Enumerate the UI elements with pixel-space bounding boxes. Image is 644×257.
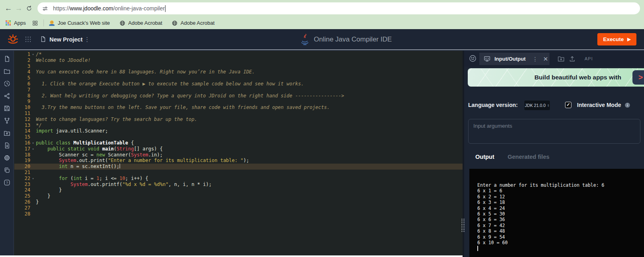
sidebar-item-copy[interactable] xyxy=(3,166,11,174)
code-editor[interactable]: 1▾/*2Welcome to JDoodle!34You can execut… xyxy=(14,51,463,257)
language-version-select[interactable]: JDK 21.0.0 ▲▼ xyxy=(524,101,550,110)
code-line-4[interactable]: 4You can execute code here in 88 languag… xyxy=(14,69,463,75)
upload-icon[interactable] xyxy=(568,55,576,63)
sidebar-item-share[interactable] xyxy=(3,92,11,100)
code-text: } xyxy=(36,187,62,193)
fold-gutter xyxy=(30,75,36,81)
code-line-20[interactable]: 20 int n = sc.nextInt(); xyxy=(14,164,463,170)
fold-gutter xyxy=(30,117,36,123)
api-button[interactable]: API xyxy=(585,51,593,67)
folder-download-icon[interactable] xyxy=(557,55,565,63)
sidebar-item-help[interactable]: ? xyxy=(3,179,11,186)
code-line-3[interactable]: 3 xyxy=(14,63,463,69)
code-line-22[interactable]: 22▾ for (int i = 1; i <= 10; i++) { xyxy=(14,176,463,182)
code-line-9[interactable]: 9 xyxy=(14,99,463,105)
project-file-icon xyxy=(39,36,47,43)
execute-button[interactable]: Execute ▶ xyxy=(597,33,636,45)
code-line-26[interactable]: 26} xyxy=(14,199,463,205)
io-tab-close-icon[interactable]: ✕ xyxy=(543,55,548,63)
interactive-mode-checkbox[interactable] xyxy=(565,102,571,108)
terminal-line: 6 x 10 = 60 xyxy=(477,240,644,245)
ad-banner-text: Build beautiful web apps with xyxy=(534,68,621,87)
project-name[interactable]: New Project xyxy=(49,29,83,49)
code-line-23[interactable]: 23 System.out.printf("%d x %d = %d%n", n… xyxy=(14,182,463,188)
play-icon: ▶ xyxy=(627,37,630,42)
code-line-10[interactable]: 10 3.Try the menu buttons on the left. S… xyxy=(14,105,463,111)
code-line-15[interactable]: 15 xyxy=(14,134,463,140)
line-number: 8 xyxy=(14,93,30,99)
jdoodle-logo[interactable] xyxy=(7,33,19,45)
svg-text:?: ? xyxy=(6,181,8,185)
input-arguments-field[interactable] xyxy=(468,119,640,144)
bookmark-item[interactable]: Adobe Acrobat xyxy=(119,20,162,26)
code-line-18[interactable]: 18 Scanner sc = new Scanner(System.in); xyxy=(14,152,463,158)
code-line-8[interactable]: 8 2. Want help writing or debugging code… xyxy=(14,93,463,99)
code-line-28[interactable]: 28 xyxy=(14,211,463,217)
fold-arrow-icon[interactable]: ▾ xyxy=(30,140,36,146)
code-line-16[interactable]: 16▾public class MultiplicationTable { xyxy=(14,140,463,146)
code-line-17[interactable]: 17▾ public static void main(String[] arg… xyxy=(14,146,463,152)
reload-button[interactable] xyxy=(24,3,34,14)
url-path: /online-java-compiler xyxy=(113,5,165,12)
fold-arrow-icon[interactable]: ▾ xyxy=(30,51,36,57)
fold-gutter xyxy=(30,128,36,134)
info-icon[interactable] xyxy=(624,102,630,108)
forward-button[interactable]: → xyxy=(14,3,24,14)
fold-gutter xyxy=(30,69,36,75)
line-number: 17 xyxy=(14,146,30,152)
tab-output[interactable]: Output xyxy=(475,154,494,160)
code-line-5[interactable]: 5 xyxy=(14,75,463,81)
code-line-14[interactable]: 14import java.util.Scanner; xyxy=(14,128,463,134)
code-line-13[interactable]: 13*/ xyxy=(14,123,463,128)
sidebar-item-download[interactable] xyxy=(3,142,11,149)
sidebar-item-file[interactable] xyxy=(3,55,11,63)
apps-menu-icon[interactable] xyxy=(24,36,32,43)
line-number: 1 xyxy=(14,51,30,57)
code-line-2[interactable]: 2Welcome to JDoodle! xyxy=(14,57,463,63)
code-line-24[interactable]: 24 } xyxy=(14,187,463,193)
sidebar-item-history[interactable] xyxy=(3,80,11,87)
sidebar-item-save[interactable] xyxy=(3,105,11,112)
code-line-6[interactable]: 6 1. Click the orange Execute button ▶ t… xyxy=(14,81,463,87)
sidebar-item-fork[interactable] xyxy=(3,117,11,125)
code-line-27[interactable]: 27 xyxy=(14,205,463,211)
code-text: 2. Want help writing or debugging code? … xyxy=(36,93,344,99)
fold-gutter xyxy=(30,57,36,63)
page-title: Online Java Compiler IDE xyxy=(314,36,392,43)
bookmark-item[interactable]: Adobe Acrobat xyxy=(171,20,215,26)
apps-shortcut[interactable]: Apps xyxy=(5,20,26,26)
tab-input-output[interactable]: Input/Output ⋮ ✕ xyxy=(479,53,549,65)
site-settings-icon[interactable] xyxy=(41,5,49,12)
sidebar-item-settings[interactable] xyxy=(3,154,11,162)
grid-2x2-icon[interactable] xyxy=(32,20,38,26)
jdroid-icon[interactable] xyxy=(469,54,477,63)
code-line-25[interactable]: 25 } xyxy=(14,193,463,199)
io-tab-menu-icon[interactable]: ⋮ xyxy=(532,56,538,62)
apps-label: Apps xyxy=(14,20,26,26)
code-line-1[interactable]: 1▾/* xyxy=(14,51,463,57)
panel-resize-handle[interactable] xyxy=(461,218,465,232)
sidebar-item-open-project[interactable] xyxy=(3,129,11,137)
code-line-7[interactable]: 7 xyxy=(14,87,463,93)
code-line-11[interactable]: 11 xyxy=(14,111,463,117)
ad-banner[interactable]: Build beautiful web apps with > xyxy=(468,68,644,87)
bookmark-item[interactable]: Joe Cusack's Web site xyxy=(49,20,110,26)
line-number: 20 xyxy=(14,164,30,170)
fold-arrow-icon[interactable]: ▾ xyxy=(30,176,36,182)
code-text: /* xyxy=(36,51,41,57)
code-line-19[interactable]: 19 System.out.print("Enter a number for … xyxy=(14,158,463,164)
tab-generated-files[interactable]: Generated files xyxy=(508,154,549,160)
back-button[interactable]: ← xyxy=(3,3,14,14)
language-label: Language version: xyxy=(468,102,518,108)
code-line-21[interactable]: 21 xyxy=(14,170,463,176)
terminal-output[interactable]: Enter a number for its multiplication ta… xyxy=(469,169,644,257)
url-bar[interactable]: https://www.jdoodle.com/online-java-comp… xyxy=(37,2,640,14)
project-menu-icon[interactable]: ⋮ xyxy=(84,29,90,49)
sidebar-item-folder[interactable] xyxy=(3,67,11,75)
line-number: 28 xyxy=(14,211,30,217)
code-line-12[interactable]: 12Want to change languages? Try the sear… xyxy=(14,117,463,123)
line-number: 25 xyxy=(14,193,30,199)
fold-arrow-icon[interactable]: ▾ xyxy=(30,146,36,152)
reload-icon xyxy=(26,5,33,12)
terminal-line: 6 x 9 = 54 xyxy=(477,234,644,240)
